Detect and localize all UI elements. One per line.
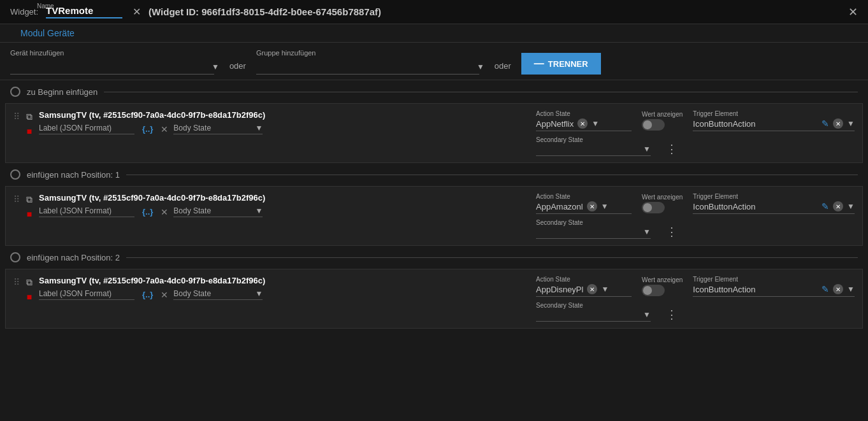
delete-button-3[interactable]: ■ <box>27 292 32 302</box>
action-state-clear-2[interactable]: ✕ <box>587 201 597 211</box>
copy-button-2[interactable]: ⧉ <box>26 194 33 205</box>
trigger-edit-2[interactable]: ✎ <box>821 201 829 211</box>
more-button-3[interactable]: ⋮ <box>666 308 677 322</box>
toggle-knob-2 <box>643 203 652 212</box>
wert-toggle-group-1: Wert anzeigen <box>642 111 683 131</box>
json-button-2[interactable]: {..} <box>140 207 156 217</box>
trigger-group-2: Trigger Element IconButtonAction ✎ ✕ ▼ <box>693 193 855 214</box>
header: Name Widget: ✕ (Widget ID: 966f1df3-8015… <box>0 0 868 24</box>
insert-pos1-radio[interactable] <box>10 169 20 180</box>
add-group-arrow-icon[interactable]: ▼ <box>477 62 484 71</box>
body-state-arrow-3[interactable]: ▼ <box>255 289 263 298</box>
action-state-value-row-3: AppDisneyPl ✕ ▼ <box>536 284 632 297</box>
item-label-field-3[interactable]: Label (JSON Format) <box>39 289 134 300</box>
insert-start-radio[interactable] <box>10 87 20 97</box>
trigger-value-2: IconButtonAction <box>693 202 818 211</box>
secondary-group-2: Secondary State ▼ <box>536 219 651 239</box>
trigger-value-row-3: IconButtonAction ✎ ✕ ▼ <box>693 284 855 297</box>
drag-handle-1[interactable]: ⠿ <box>13 110 20 122</box>
drag-handle-2[interactable]: ⠿ <box>13 193 20 204</box>
modul-geraete-link[interactable]: Modul Geräte <box>10 23 85 43</box>
secondary-arrow-1[interactable]: ▼ <box>643 145 651 153</box>
action-state-arrow-2[interactable]: ▼ <box>601 202 609 211</box>
secondary-label-3: Secondary State <box>536 302 651 309</box>
secondary-arrow-3[interactable]: ▼ <box>643 310 651 319</box>
trigger-clear-3[interactable]: ✕ <box>833 284 843 294</box>
wert-toggle-3[interactable] <box>642 285 665 296</box>
json-clear-1[interactable]: ✕ <box>161 124 168 134</box>
insert-pos1-row: einfügen nach Position: 1 <box>0 163 868 186</box>
more-button-1[interactable]: ⋮ <box>666 142 677 156</box>
add-group-group: Gruppe hinzufügen ▼ <box>256 49 484 75</box>
more-button-2[interactable]: ⋮ <box>666 225 677 239</box>
action-state-arrow-1[interactable]: ▼ <box>591 119 599 128</box>
action-state-label-2: Action State <box>536 193 632 200</box>
item-fields-row-2: Label (JSON Format) {..} ✕ Body State ▼ <box>39 206 530 217</box>
close-button[interactable]: ✕ <box>848 5 858 19</box>
name-clear-icon[interactable]: ✕ <box>133 6 141 18</box>
json-clear-3[interactable]: ✕ <box>161 290 168 300</box>
insert-divider-2 <box>126 257 858 258</box>
delete-button-2[interactable]: ■ <box>27 209 32 219</box>
add-device-arrow-icon[interactable]: ▼ <box>212 62 219 71</box>
trigger-arrow-2[interactable]: ▼ <box>847 202 855 211</box>
wert-toggle-2[interactable] <box>642 202 665 213</box>
delete-button-1[interactable]: ■ <box>27 126 32 136</box>
item-actions-1: ⧉ ■ <box>26 110 33 136</box>
json-button-3[interactable]: {..} <box>140 290 156 299</box>
action-state-value-2: AppAmazonl <box>536 202 583 211</box>
item-fields-row-1: Label (JSON Format) {..} ✕ Body State ▼ <box>39 124 530 134</box>
trigger-edit-3[interactable]: ✎ <box>821 284 829 294</box>
body-state-field-2: Body State ▼ <box>173 206 263 217</box>
insert-divider-1 <box>126 175 858 175</box>
trigger-clear-2[interactable]: ✕ <box>833 201 843 211</box>
action-state-label-3: Action State <box>536 276 632 283</box>
trigger-edit-1[interactable]: ✎ <box>821 118 829 129</box>
wert-label-1: Wert anzeigen <box>642 111 683 118</box>
item-label-field-2[interactable]: Label (JSON Format) <box>39 206 134 217</box>
insert-start-row: zu Beginn einfügen <box>0 80 868 103</box>
secondary-label-1: Secondary State <box>536 136 651 143</box>
action-state-arrow-3[interactable]: ▼ <box>601 285 609 294</box>
drag-handle-3[interactable]: ⠿ <box>13 276 20 287</box>
insert-pos2-row: einfügen nach Position: 2 <box>0 246 868 269</box>
action-state-value-row-1: AppNetflix ✕ ▼ <box>536 118 632 131</box>
secondary-arrow-2[interactable]: ▼ <box>643 227 651 236</box>
trenner-button[interactable]: — TRENNER <box>521 53 601 75</box>
copy-button-1[interactable]: ⧉ <box>26 111 33 122</box>
trigger-arrow-3[interactable]: ▼ <box>847 285 855 294</box>
secondary-group-3: Secondary State ▼ <box>536 302 651 322</box>
copy-button-3[interactable]: ⧉ <box>26 277 33 288</box>
trigger-arrow-1[interactable]: ▼ <box>847 119 855 128</box>
add-device-label: Gerät hinzufügen <box>10 49 219 57</box>
json-clear-2[interactable]: ✕ <box>161 207 168 217</box>
action-state-clear-3[interactable]: ✕ <box>587 284 597 294</box>
insert-pos1-label: einfügen nach Position: 1 <box>27 170 120 180</box>
add-device-group: Gerät hinzufügen ▼ <box>10 49 219 75</box>
body-state-text-3: Body State <box>173 289 211 298</box>
toggle-knob-3 <box>643 286 652 295</box>
widget-name-input[interactable] <box>46 5 122 18</box>
top-controls-bar: Gerät hinzufügen ▼ oder Gruppe hinzufüge… <box>0 43 868 80</box>
item-main-2: SamsungTV (tv, #2515cf90-7a0a-4dc0-9f7b-… <box>39 193 530 217</box>
add-device-input[interactable] <box>10 59 214 75</box>
body-state-field-3: Body State ▼ <box>173 289 263 300</box>
json-button-1[interactable]: {..} <box>140 124 156 134</box>
action-state-value-3: AppDisneyPl <box>536 285 583 294</box>
trigger-group-1: Trigger Element IconButtonAction ✎ ✕ ▼ <box>693 110 855 131</box>
body-state-arrow-2[interactable]: ▼ <box>255 206 263 215</box>
item-label-field-1[interactable]: Label (JSON Format) <box>39 124 134 134</box>
trigger-label-2: Trigger Element <box>693 193 855 200</box>
insert-pos2-radio[interactable] <box>10 252 20 262</box>
body-state-arrow-1[interactable]: ▼ <box>255 124 263 132</box>
add-group-input[interactable] <box>256 59 479 75</box>
item-fields-row-3: Label (JSON Format) {..} ✕ Body State ▼ <box>39 289 530 300</box>
trigger-value-row-1: IconButtonAction ✎ ✕ ▼ <box>693 118 855 131</box>
item-right-1: Action State AppNetflix ✕ ▼ Wert anzeige… <box>536 110 855 156</box>
trigger-clear-1[interactable]: ✕ <box>833 118 843 129</box>
wert-toggle-group-3: Wert anzeigen <box>642 276 683 296</box>
right-bottom-row-2: Secondary State ▼ ⋮ <box>536 219 855 239</box>
right-top-row-3: Action State AppDisneyPl ✕ ▼ Wert anzeig… <box>536 276 855 297</box>
wert-toggle-1[interactable] <box>642 119 665 131</box>
action-state-clear-1[interactable]: ✕ <box>577 118 588 129</box>
